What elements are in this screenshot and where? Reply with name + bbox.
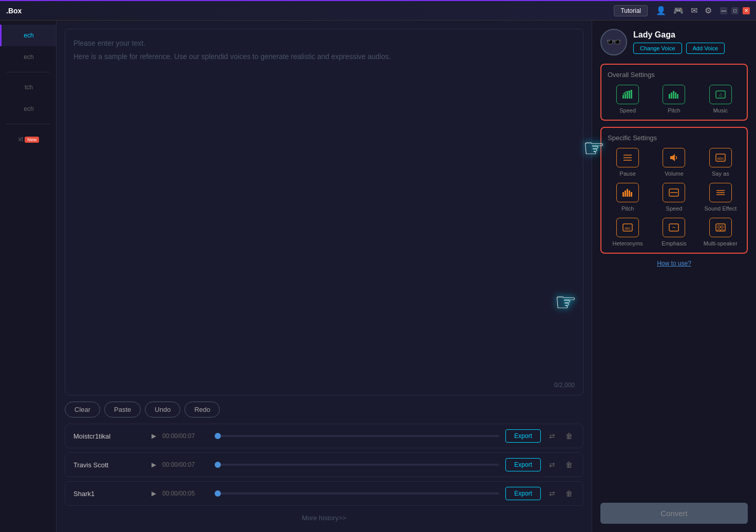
overall-settings-grid: Speed Pitch bbox=[608, 85, 741, 113]
emphasis-label: Emphasis bbox=[662, 240, 686, 246]
audio-time: 00:00/00:07 bbox=[162, 461, 209, 468]
export-button[interactable]: Export bbox=[505, 458, 541, 471]
user-icon[interactable]: 👤 bbox=[656, 6, 666, 15]
table-row: Shark1 ▶ 00:00/00:05 Export ⇄ 🗑 bbox=[65, 481, 583, 506]
svg-marker-15 bbox=[670, 154, 675, 161]
how-to-use-link[interactable]: How to use? bbox=[600, 260, 748, 267]
sidebar-item-tts[interactable]: ech bbox=[0, 25, 56, 46]
shuffle-icon[interactable]: ⇄ bbox=[547, 430, 557, 442]
pitch-specific-icon bbox=[616, 183, 639, 202]
tutorial-button[interactable]: Tutorial bbox=[614, 5, 648, 16]
settings-icon[interactable]: ⚙ bbox=[705, 6, 712, 15]
audio-name: Shark1 bbox=[73, 490, 145, 498]
volume-setting[interactable]: Volume bbox=[654, 148, 694, 177]
export-button[interactable]: Export bbox=[505, 429, 541, 443]
delete-icon[interactable]: 🗑 bbox=[563, 459, 575, 471]
speed-specific-label: Speed bbox=[666, 205, 683, 212]
say-as-setting[interactable]: abc Say as bbox=[701, 148, 741, 177]
right-panel: 🕶️ Lady Gaga Change Voice Add Voice Over… bbox=[592, 21, 756, 532]
avatar: 🕶️ bbox=[600, 29, 627, 55]
svg-rect-9 bbox=[677, 94, 678, 99]
sound-effect-icon bbox=[709, 183, 732, 202]
svg-rect-20 bbox=[627, 189, 628, 197]
app-title: .Box bbox=[6, 7, 22, 15]
export-button[interactable]: Export bbox=[505, 487, 541, 500]
convert-button[interactable]: Convert bbox=[600, 503, 748, 524]
pitch-specific-setting[interactable]: Pitch bbox=[608, 183, 648, 212]
shuffle-icon[interactable]: ⇄ bbox=[547, 459, 557, 471]
svg-text:abc: abc bbox=[717, 156, 724, 161]
svg-text:♫: ♫ bbox=[719, 92, 723, 98]
change-voice-button[interactable]: Change Voice bbox=[633, 43, 682, 54]
sidebar-item-3[interactable]: tch bbox=[0, 77, 56, 98]
progress-dot bbox=[215, 462, 221, 468]
undo-button[interactable]: Undo bbox=[145, 402, 180, 417]
sidebar-item-label: ech bbox=[24, 53, 33, 61]
delete-icon[interactable]: 🗑 bbox=[563, 430, 575, 442]
clear-button[interactable]: Clear bbox=[65, 402, 100, 417]
progress-bar[interactable] bbox=[215, 492, 499, 495]
svg-rect-5 bbox=[669, 94, 670, 99]
text-editor[interactable]: Please enter your text. Here is a sample… bbox=[65, 29, 583, 395]
pause-setting[interactable]: Pause bbox=[608, 148, 648, 177]
svg-point-34 bbox=[721, 226, 723, 229]
redo-button[interactable]: Redo bbox=[184, 402, 220, 417]
speed-specific-setting[interactable]: Speed bbox=[654, 183, 694, 212]
minimize-button[interactable]: — bbox=[720, 7, 727, 14]
gamepad-icon[interactable]: 🎮 bbox=[673, 6, 684, 15]
character-counter: 0/2,000 bbox=[554, 382, 575, 389]
mail-icon[interactable]: ✉ bbox=[691, 6, 697, 15]
more-history-link[interactable]: More history>> bbox=[65, 512, 583, 524]
new-badge: New bbox=[25, 137, 39, 143]
volume-icon bbox=[663, 148, 685, 167]
pitch-overall-setting[interactable]: Pitch bbox=[654, 85, 694, 113]
sidebar-item-label: ech bbox=[24, 32, 33, 39]
delete-icon[interactable]: 🗑 bbox=[563, 487, 575, 500]
play-button[interactable]: ▶ bbox=[152, 490, 156, 497]
heteronyms-icon: abc bbox=[616, 218, 639, 237]
svg-rect-19 bbox=[625, 191, 626, 197]
multi-speaker-icon bbox=[709, 218, 732, 237]
action-buttons: Clear Paste Undo Redo bbox=[65, 402, 583, 417]
speed-setting[interactable]: Speed bbox=[608, 85, 648, 113]
svg-rect-21 bbox=[629, 191, 630, 197]
svg-rect-7 bbox=[673, 91, 674, 99]
multi-speaker-setting[interactable]: Multi-speaker bbox=[701, 218, 741, 246]
overall-settings-section: Overall Settings Speed bbox=[600, 64, 748, 121]
svg-rect-8 bbox=[675, 92, 676, 99]
placeholder-line2: Here is a sample for reference. Use our … bbox=[73, 51, 575, 62]
svg-rect-3 bbox=[629, 91, 630, 99]
paste-button[interactable]: Paste bbox=[104, 402, 141, 417]
pitch-overall-icon bbox=[663, 85, 685, 104]
heteronyms-setting[interactable]: abc Heteronyms bbox=[608, 218, 648, 246]
multi-speaker-label: Multi-speaker bbox=[704, 240, 738, 246]
progress-bar[interactable] bbox=[215, 435, 499, 437]
maximize-button[interactable]: □ bbox=[731, 7, 739, 14]
sound-effect-setting[interactable]: Sound Effect bbox=[701, 183, 741, 212]
svg-rect-0 bbox=[622, 95, 624, 99]
svg-rect-2 bbox=[627, 92, 628, 99]
title-bar: .Box Tutorial 👤 🎮 ✉ ⚙ — □ ✕ bbox=[0, 0, 756, 21]
pitch-specific-label: Pitch bbox=[621, 205, 634, 212]
say-as-label: Say as bbox=[712, 170, 729, 177]
progress-bar[interactable] bbox=[215, 464, 499, 466]
placeholder-text: Please enter your text. Here is a sample… bbox=[73, 37, 575, 63]
sidebar-item-new[interactable]: xt New bbox=[0, 128, 56, 150]
play-button[interactable]: ▶ bbox=[152, 432, 156, 440]
audio-name: Moistcr1tikal bbox=[73, 432, 145, 440]
specific-settings-grid: Pause Volume abc bbox=[608, 148, 741, 246]
add-voice-button[interactable]: Add Voice bbox=[686, 43, 725, 54]
voice-name: Lady Gaga bbox=[633, 30, 725, 40]
shuffle-icon[interactable]: ⇄ bbox=[547, 487, 557, 500]
sidebar-item-2[interactable]: ech bbox=[0, 46, 56, 68]
sidebar-divider bbox=[6, 72, 50, 72]
speed-label: Speed bbox=[619, 107, 636, 113]
play-button[interactable]: ▶ bbox=[152, 461, 156, 468]
heteronyms-label: Heteronyms bbox=[613, 240, 643, 246]
sidebar-item-4[interactable]: ech bbox=[0, 98, 56, 120]
music-setting[interactable]: ♫ Music bbox=[701, 85, 741, 113]
sidebar-divider-2 bbox=[6, 124, 50, 124]
content-area: Please enter your text. Here is a sample… bbox=[56, 21, 592, 532]
emphasis-setting[interactable]: ~ Emphasis bbox=[654, 218, 694, 246]
close-button[interactable]: ✕ bbox=[743, 7, 750, 14]
